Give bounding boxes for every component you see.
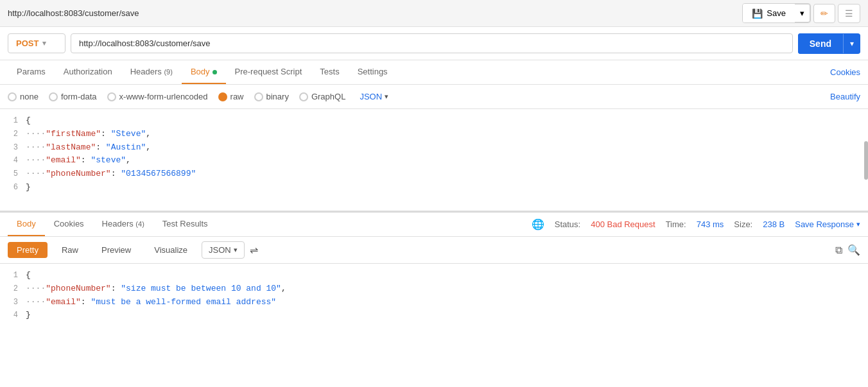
view-pretty-button[interactable]: Pretty (8, 242, 48, 258)
edit-button[interactable]: ✏ (813, 4, 835, 23)
response-tabs: Body Cookies Headers (4) Test Results 🌐 … (0, 212, 868, 237)
req-line-6: 6 } (0, 181, 868, 194)
radio-binary (254, 92, 263, 101)
status-value: 400 Bad Request (591, 219, 655, 229)
response-body-editor: 1 { 2 ····"phoneNumber": "size must be b… (0, 264, 868, 341)
resp-line-4: 4 } (0, 309, 868, 322)
radio-raw (218, 92, 227, 101)
request-scrollbar-thumb[interactable] (864, 141, 868, 180)
tab-pre-request-script[interactable]: Pre-request Script (226, 60, 311, 84)
time-value: 743 ms (697, 219, 724, 229)
view-raw-button[interactable]: Raw (53, 242, 87, 258)
tab-authorization[interactable]: Authorization (55, 60, 121, 84)
size-value: 238 B (763, 219, 785, 229)
resp-tab-test-results[interactable]: Test Results (153, 212, 217, 236)
url-input[interactable] (71, 33, 793, 53)
wrap-icon[interactable]: ⇌ (250, 244, 258, 256)
save-dropdown-button[interactable]: ▾ (795, 4, 810, 22)
tab-settings[interactable]: Settings (349, 60, 397, 84)
send-button-group: Send ▾ (798, 33, 860, 54)
title-bar: http://localhost:8083/customer/save 💾 Sa… (0, 0, 868, 27)
request-bar: POST ▾ Send ▾ (0, 27, 868, 60)
request-tabs: Params Authorization Headers (9) Body Pr… (0, 60, 868, 85)
response-format-bar: Pretty Raw Preview Visualize JSON ▾ ⇌ ⧉ … (0, 237, 868, 264)
save-button[interactable]: 💾 Save (743, 4, 795, 22)
req-line-3: 3 ····"lastName": "Austin", (0, 141, 868, 155)
request-body-editor[interactable]: 1 { 2 ····"firstName": "Steve", 3 ····"l… (0, 109, 868, 212)
search-response-button[interactable]: 🔍 (847, 244, 860, 256)
radio-graphql (299, 92, 308, 101)
radio-form-data (49, 92, 58, 101)
resp-tab-headers[interactable]: Headers (4) (93, 212, 153, 236)
save-response-button[interactable]: Save Response ▾ (795, 219, 860, 229)
body-active-dot (213, 70, 217, 74)
response-section: Body Cookies Headers (4) Test Results 🌐 … (0, 212, 868, 341)
response-action-icons: ⧉ 🔍 (835, 244, 860, 256)
title-actions: 💾 Save ▾ ✏ ☰ (742, 3, 860, 23)
option-urlencoded[interactable]: x-www-form-urlencoded (107, 92, 208, 101)
title-url: http://localhost:8083/customer/save (8, 8, 139, 18)
tab-headers[interactable]: Headers (9) (121, 60, 182, 84)
option-none[interactable]: none (8, 92, 39, 101)
resp-json-select[interactable]: JSON ▾ (202, 241, 245, 259)
option-binary[interactable]: binary (254, 92, 289, 101)
req-line-5: 5 ····"phoneNumber": "0134567566899" (0, 168, 868, 181)
globe-icon: 🌐 (532, 218, 544, 230)
resp-tab-body[interactable]: Body (8, 212, 45, 236)
send-dropdown-button[interactable]: ▾ (843, 34, 860, 53)
view-visualize-button[interactable]: Visualize (145, 242, 196, 258)
resp-line-2: 2 ····"phoneNumber": "size must be betwe… (0, 282, 868, 296)
cookies-link[interactable]: Cookies (830, 67, 860, 77)
option-raw[interactable]: raw (218, 92, 244, 101)
resp-tab-cookies[interactable]: Cookies (45, 212, 93, 236)
send-main-button[interactable]: Send (798, 33, 843, 54)
resp-line-3: 3 ····"email": "must be a well-formed em… (0, 296, 868, 309)
comment-button[interactable]: ☰ (838, 4, 860, 23)
resp-line-1: 1 { (0, 269, 868, 282)
radio-urlencoded (107, 92, 116, 101)
body-type-bar: none form-data x-www-form-urlencoded raw… (0, 85, 868, 109)
req-line-2: 2 ····"firstName": "Steve", (0, 128, 868, 141)
req-line-1: 1 { (0, 114, 868, 128)
option-graphql[interactable]: GraphQL (299, 92, 345, 101)
tab-params[interactable]: Params (8, 60, 55, 84)
copy-response-button[interactable]: ⧉ (835, 244, 842, 256)
beautify-button[interactable]: Beautify (830, 92, 860, 101)
response-status-info: 🌐 Status: 400 Bad Request Time: 743 ms S… (532, 218, 860, 230)
tab-tests[interactable]: Tests (311, 60, 348, 84)
radio-none (8, 92, 17, 101)
req-line-4: 4 ····"email": "steve", (0, 154, 868, 168)
json-format-select[interactable]: JSON ▾ (360, 92, 388, 101)
option-form-data[interactable]: form-data (49, 92, 97, 101)
method-select[interactable]: POST ▾ (8, 33, 65, 53)
tab-body[interactable]: Body (182, 60, 226, 84)
view-preview-button[interactable]: Preview (92, 242, 140, 258)
